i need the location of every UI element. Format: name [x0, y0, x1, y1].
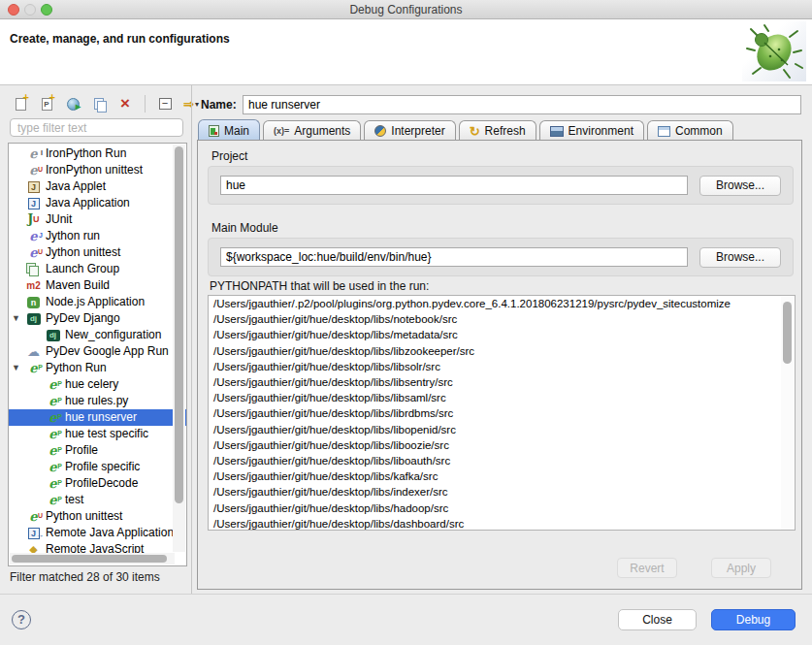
- tab-label: Refresh: [485, 124, 526, 138]
- export-configurations-button[interactable]: ▸: [62, 93, 83, 114]
- pythonpath-entry[interactable]: /Users/jgauthier/git/hue/desktop/libs/li…: [209, 405, 795, 421]
- close-button[interactable]: Close: [618, 609, 697, 630]
- new-configuration-button[interactable]: +: [10, 93, 31, 114]
- tree-item-ironpython-run[interactable]: eIIronPython Run: [9, 145, 186, 162]
- pythonpath-scrollbar[interactable]: [781, 297, 794, 531]
- pythonpath-entry[interactable]: /Users/jgauthier/.p2/pool/plugins/org.py…: [209, 296, 795, 311]
- debug-configurations-dialog: Debug Configurations Create, manage, and…: [0, 0, 812, 645]
- tab-label: Environment: [568, 124, 633, 138]
- project-browse-button[interactable]: Browse...: [699, 176, 781, 196]
- pythonpath-entry[interactable]: /Users/jgauthier/git/hue/desktop/libs/li…: [209, 374, 795, 390]
- revert-button[interactable]: Revert: [617, 558, 677, 578]
- tab-common[interactable]: Common: [647, 120, 733, 141]
- tree-item-hue-rules-py[interactable]: ePhue rules.py: [9, 393, 186, 409]
- tree-item-test[interactable]: ePtest: [9, 492, 186, 508]
- export-config-icon: ▸: [64, 95, 81, 113]
- filter-input[interactable]: [10, 118, 183, 137]
- debug-beetle-icon: [742, 21, 806, 81]
- tree-item-label: PyDev Django: [46, 310, 120, 327]
- tab-main[interactable]: Main: [198, 119, 260, 141]
- pythonpath-entry[interactable]: /Users/jgauthier/git/hue/desktop/libs/me…: [209, 327, 795, 342]
- main-tab-icon: [209, 125, 219, 137]
- tree-item-label: hue test specific: [65, 426, 148, 442]
- tree-item-hue-runserver[interactable]: ePhue runserver: [9, 409, 186, 426]
- tree-item-profile[interactable]: ePProfile: [9, 442, 186, 459]
- tree-item-hue-celery[interactable]: ePhue celery: [9, 376, 186, 393]
- duplicate-icon: [90, 95, 108, 113]
- expand-arrow-icon[interactable]: ▼: [12, 360, 23, 376]
- tree-item-java-application[interactable]: JJava Application: [9, 195, 186, 211]
- project-input[interactable]: [220, 176, 688, 195]
- tree-item-new-configuration[interactable]: djNew_configuration: [9, 327, 186, 343]
- tab-refresh[interactable]: ↻Refresh: [459, 120, 536, 141]
- tree-item-java-applet[interactable]: JJava Applet: [9, 178, 186, 195]
- pydev-django-icon: dj: [25, 311, 42, 326]
- tab-interpreter[interactable]: Interpreter: [364, 120, 455, 141]
- python-run-icon: eP: [45, 493, 61, 507]
- new-config-icon: +: [12, 95, 29, 113]
- pythonpath-entry[interactable]: /Users/jgauthier/git/hue/desktop/libs/ka…: [209, 468, 795, 484]
- tree-item-jython-run[interactable]: eJJython run: [9, 228, 186, 244]
- main-module-input[interactable]: [220, 247, 688, 267]
- pydev-django-icon: dj: [45, 328, 61, 342]
- delete-icon: ×: [116, 95, 134, 113]
- python-run-icon: eP: [45, 460, 61, 474]
- main-module-label: Main Module: [211, 221, 278, 235]
- tree-item-label: IronPython unittest: [46, 162, 143, 178]
- tree-item-launch-group[interactable]: Launch Group: [9, 261, 186, 277]
- pythonpath-entry[interactable]: /Users/jgauthier/git/hue/desktop/libs/in…: [209, 484, 795, 500]
- filter-status-text: Filter matched 28 of 30 items: [10, 570, 160, 584]
- tree-item-python-run[interactable]: ▼ePPython Run: [9, 360, 186, 376]
- pythonpath-entry[interactable]: /Users/jgauthier/git/hue/desktop/libs/da…: [209, 516, 795, 531]
- configurations-tree[interactable]: eIIronPython RuneUIronPython unittestJJa…: [8, 143, 187, 566]
- tab-arguments[interactable]: (x)=Arguments: [263, 120, 361, 141]
- debug-button[interactable]: Debug: [711, 609, 796, 630]
- tree-item-node-js-application[interactable]: nNode.js Application: [9, 294, 186, 310]
- pythonpath-entry[interactable]: /Users/jgauthier/git/hue/desktop/libs/li…: [209, 390, 795, 405]
- java-applet-icon: J: [25, 179, 42, 194]
- apply-button[interactable]: Apply: [711, 558, 771, 578]
- pythonpath-entry[interactable]: /Users/jgauthier/git/hue/desktop/libs/li…: [209, 359, 795, 374]
- tab-environment[interactable]: Environment: [539, 120, 644, 141]
- collapse-all-icon: −: [156, 95, 174, 113]
- tree-item-profiledecode[interactable]: ePProfileDecode: [9, 475, 186, 492]
- pythonpath-scrollbar-thumb[interactable]: [783, 302, 792, 364]
- tree-item-jython-unittest[interactable]: eUJython unittest: [9, 244, 186, 261]
- tree-item-maven-build[interactable]: m2Maven Build: [9, 277, 186, 294]
- pythonpath-list[interactable]: /Users/jgauthier/.p2/pool/plugins/org.py…: [208, 295, 796, 531]
- pythonpath-entry[interactable]: /Users/jgauthier/git/hue/desktop/libs/li…: [209, 453, 795, 468]
- pythonpath-entry[interactable]: /Users/jgauthier/git/hue/desktop/libs/no…: [209, 311, 795, 327]
- tree-item-ironpython-unittest[interactable]: eUIronPython unittest: [9, 162, 186, 178]
- google-app-run-icon: ☁: [25, 344, 42, 359]
- main-module-browse-button[interactable]: Browse...: [699, 247, 781, 268]
- delete-configuration-button[interactable]: ×: [114, 93, 136, 114]
- python-unittest-icon: eU: [25, 509, 42, 524]
- tree-horizontal-scrollbar-thumb[interactable]: [12, 555, 167, 563]
- junit-icon: JU: [25, 212, 42, 227]
- tree-vertical-scrollbar-thumb[interactable]: [175, 146, 183, 503]
- tree-item-pydev-google-app-run[interactable]: ☁PyDev Google App Run: [9, 343, 186, 360]
- pythonpath-entry[interactable]: /Users/jgauthier/git/hue/desktop/libs/li…: [209, 422, 795, 437]
- tree-horizontal-scrollbar[interactable]: [10, 553, 175, 564]
- tree-item-profile-specific[interactable]: ePProfile specific: [9, 459, 186, 475]
- tree-item-label: Maven Build: [46, 277, 110, 294]
- config-tabs: Main(x)=ArgumentsInterpreter↻RefreshEnvi…: [198, 119, 736, 141]
- pythonpath-entry[interactable]: /Users/jgauthier/git/hue/desktop/libs/ha…: [209, 500, 795, 516]
- tree-item-remote-java-application[interactable]: J→Remote Java Application: [9, 525, 186, 541]
- tab-label: Main: [224, 124, 249, 138]
- pythonpath-entry[interactable]: /Users/jgauthier/git/hue/desktop/libs/li…: [209, 343, 795, 359]
- tree-item-python-unittest[interactable]: eUPython unittest: [9, 508, 186, 525]
- tree-item-pydev-django[interactable]: ▼djPyDev Django: [9, 310, 186, 327]
- expand-arrow-icon[interactable]: ▼: [12, 310, 23, 327]
- tree-vertical-scrollbar[interactable]: [173, 145, 185, 552]
- tree-item-label: Java Applet: [46, 178, 106, 195]
- help-button[interactable]: ?: [12, 610, 31, 629]
- name-input[interactable]: [243, 95, 801, 114]
- tree-item-junit[interactable]: JUJUnit: [9, 211, 186, 228]
- pythonpath-entry[interactable]: /Users/jgauthier/git/hue/desktop/libs/li…: [209, 437, 795, 453]
- duplicate-configuration-button[interactable]: [88, 93, 110, 114]
- collapse-all-button[interactable]: −: [154, 93, 176, 114]
- new-prototype-button[interactable]: P+: [36, 93, 57, 114]
- tree-item-hue-test-specific[interactable]: ePhue test specific: [9, 426, 186, 442]
- java-application-icon: J: [25, 196, 42, 210]
